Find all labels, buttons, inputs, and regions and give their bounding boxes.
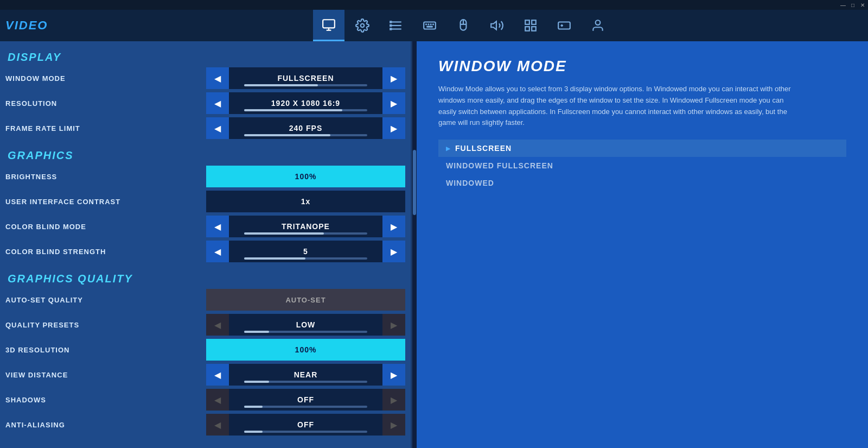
label-resolution: RESOLUTION: [5, 99, 206, 108]
anti-aliasing-value: OFF: [229, 414, 382, 436]
minimize-button[interactable]: —: [840, 2, 846, 8]
selected-indicator: ▶: [446, 146, 451, 152]
view-distance-prev[interactable]: ◀: [206, 364, 229, 386]
left-panel: DISPLAY WINDOW MODE ◀ FULLSCREEN ▶ RESOL…: [0, 41, 412, 448]
option-windowed[interactable]: WINDOWED: [438, 174, 846, 192]
top-nav: VIDEO: [0, 10, 868, 41]
title-bar: — □ ✕: [0, 0, 868, 10]
control-shadows: ◀ OFF ▶: [206, 389, 405, 411]
frame-rate-value: 240 FPS: [229, 117, 382, 139]
control-3d-resolution: 100%: [206, 339, 405, 361]
svg-point-3: [361, 24, 365, 28]
auto-set-button[interactable]: AUTO-SET: [206, 289, 405, 311]
svg-point-24: [596, 20, 601, 25]
maximize-button[interactable]: □: [850, 2, 856, 8]
shadows-next[interactable]: ▶: [382, 389, 405, 411]
color-blind-strength-value: 5: [229, 241, 382, 262]
setting-row-anti-aliasing: ANTI-ALIASING ◀ OFF ▶: [0, 412, 411, 437]
tab-monitor[interactable]: [313, 10, 344, 41]
color-blind-mode-next[interactable]: ▶: [382, 216, 405, 237]
svg-rect-0: [323, 20, 335, 28]
scrollbar[interactable]: [412, 41, 417, 448]
setting-row-auto-set: AUTO-SET QUALITY AUTO-SET: [0, 287, 411, 312]
svg-rect-8: [390, 24, 392, 27]
tab-list[interactable]: [380, 10, 412, 41]
option-windowed-fullscreen[interactable]: WINDOWED FULLSCREEN: [438, 157, 846, 174]
tab-account[interactable]: [582, 10, 614, 41]
svg-marker-19: [491, 21, 496, 29]
control-view-distance: ◀ NEAR ▶: [206, 364, 405, 386]
quality-presets-value: LOW: [229, 314, 382, 336]
control-color-blind-strength: ◀ 5 ▶: [206, 241, 405, 262]
ui-contrast-value: 1x: [206, 191, 405, 212]
main-layout: DISPLAY WINDOW MODE ◀ FULLSCREEN ▶ RESOL…: [0, 41, 868, 448]
svg-rect-21: [532, 20, 536, 24]
label-window-mode: WINDOW MODE: [5, 74, 206, 83]
resolution-prev[interactable]: ◀: [206, 92, 229, 114]
control-window-mode: ◀ FULLSCREEN ▶: [206, 67, 405, 89]
tab-settings[interactable]: [347, 10, 378, 41]
control-quality-presets: ◀ LOW ▶: [206, 314, 405, 336]
control-ui-contrast: 1x: [206, 191, 405, 212]
window-mode-options: ▶ FULLSCREEN WINDOWED FULLSCREEN WINDOWE…: [438, 140, 846, 192]
control-brightness: 100%: [206, 166, 405, 187]
tab-social[interactable]: [515, 10, 546, 41]
right-panel-title: WINDOW MODE: [438, 58, 846, 75]
nav-tabs: [64, 10, 863, 41]
tab-sound[interactable]: [481, 10, 513, 41]
label-brightness: BRIGHTNESS: [5, 173, 206, 181]
section-graphics-header: GRAPHICS: [0, 145, 411, 164]
setting-row-ui-contrast: USER INTERFACE CONTRAST 1x: [0, 189, 411, 214]
anti-aliasing-prev[interactable]: ◀: [206, 414, 229, 436]
page-title: VIDEO: [5, 18, 48, 33]
control-auto-set: AUTO-SET: [206, 289, 405, 311]
label-color-blind-strength: COLOR BLIND STRENGTH: [5, 248, 206, 256]
right-panel: WINDOW MODE Window Mode allows you to se…: [417, 41, 868, 448]
tab-controller[interactable]: [548, 10, 580, 41]
svg-rect-9: [390, 28, 392, 30]
color-blind-strength-next[interactable]: ▶: [382, 241, 405, 262]
svg-rect-20: [525, 20, 529, 24]
tab-keyboard[interactable]: [414, 10, 445, 41]
setting-row-resolution: RESOLUTION ◀ 1920 X 1080 16:9 ▶: [0, 91, 411, 116]
section-display-header: DISPLAY: [0, 47, 411, 66]
view-distance-value: NEAR: [229, 364, 382, 386]
color-blind-mode-value: TRITANOPE: [229, 216, 382, 237]
window-mode-prev[interactable]: ◀: [206, 67, 229, 89]
tab-mouse[interactable]: [448, 10, 479, 41]
option-fullscreen[interactable]: ▶ FULLSCREEN: [438, 140, 846, 157]
svg-rect-7: [390, 21, 392, 23]
window-mode-value: FULLSCREEN: [229, 67, 382, 89]
3d-resolution-value: 100%: [206, 339, 405, 361]
setting-row-3d-resolution: 3D RESOLUTION 100%: [0, 337, 411, 362]
label-shadows: SHADOWS: [5, 396, 206, 404]
svg-rect-23: [532, 27, 536, 31]
resolution-next[interactable]: ▶: [382, 92, 405, 114]
section-gfx-quality-header: GRAPHICS QUALITY: [0, 268, 411, 287]
window-mode-next[interactable]: ▶: [382, 67, 405, 89]
close-button[interactable]: ✕: [859, 2, 866, 8]
shadows-value: OFF: [229, 389, 382, 411]
quality-presets-prev[interactable]: ◀: [206, 314, 229, 336]
setting-row-view-distance: VIEW DISTANCE ◀ NEAR ▶: [0, 362, 411, 387]
label-anti-aliasing: ANTI-ALIASING: [5, 421, 206, 429]
frame-rate-prev[interactable]: ◀: [206, 117, 229, 139]
label-color-blind-mode: COLOR BLIND MODE: [5, 223, 206, 231]
shadows-prev[interactable]: ◀: [206, 389, 229, 411]
label-view-distance: VIEW DISTANCE: [5, 371, 206, 379]
anti-aliasing-next[interactable]: ▶: [382, 414, 405, 436]
frame-rate-next[interactable]: ▶: [382, 117, 405, 139]
control-anti-aliasing: ◀ OFF ▶: [206, 414, 405, 436]
label-quality-presets: QUALITY PRESETS: [5, 321, 206, 329]
color-blind-mode-prev[interactable]: ◀: [206, 216, 229, 237]
setting-row-color-blind-mode: COLOR BLIND MODE ◀ TRITANOPE ▶: [0, 214, 411, 239]
setting-row-window-mode: WINDOW MODE ◀ FULLSCREEN ▶: [0, 66, 411, 91]
view-distance-next[interactable]: ▶: [382, 364, 405, 386]
svg-rect-22: [525, 27, 529, 31]
setting-row-shadows: SHADOWS ◀ OFF ▶: [0, 387, 411, 412]
label-3d-resolution: 3D RESOLUTION: [5, 346, 206, 354]
brightness-value: 100%: [206, 166, 405, 187]
quality-presets-next[interactable]: ▶: [382, 314, 405, 336]
control-resolution: ◀ 1920 X 1080 16:9 ▶: [206, 92, 405, 114]
color-blind-strength-prev[interactable]: ◀: [206, 241, 229, 262]
